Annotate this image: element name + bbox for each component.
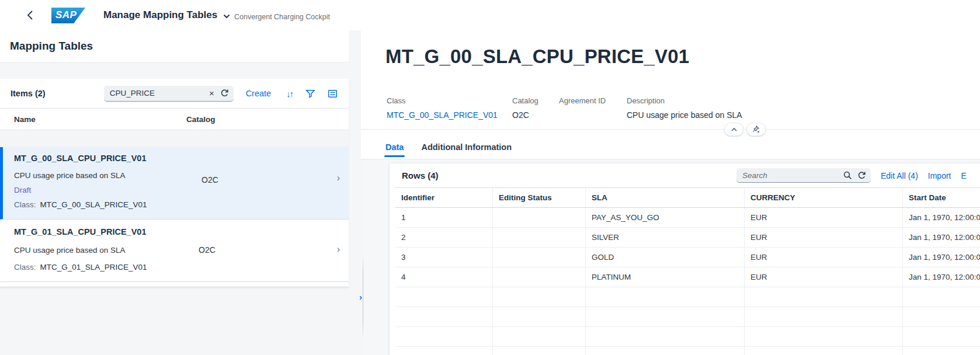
table-cell (586, 347, 745, 355)
table-row[interactable]: 1PAY_AS_YOU_GOEURJan 1, 1970, 12:00:0 (395, 208, 980, 228)
table-row[interactable]: 4PLATINUMEURJan 1, 1970, 12:00:0 (395, 267, 980, 287)
items-search-input[interactable] (110, 89, 207, 98)
splitter-line (363, 255, 363, 340)
table-cell[interactable]: SILVER (586, 228, 745, 247)
page-title: Mapping Tables (10, 40, 93, 53)
chevron-up-icon (731, 128, 737, 131)
table-cell[interactable]: Jan 1, 1970, 12:00:0 (903, 228, 980, 247)
table-cell[interactable]: 3 (395, 248, 493, 267)
mapping-tables-card: Items (2) × Create ↓↑ Name (0, 79, 349, 287)
pin-header-button[interactable] (746, 123, 766, 136)
column-header[interactable]: SLA (586, 188, 745, 207)
rows-toolbar: Edit All (4)ImportE (736, 168, 967, 183)
collapse-header-button[interactable] (724, 123, 743, 136)
item-class-label: Class: (14, 200, 36, 209)
table-cell[interactable]: EUR (745, 267, 903, 287)
table-cell[interactable]: Jan 1, 1970, 12:00:0 (903, 248, 980, 267)
app-title-label: Manage Mapping Tables (103, 9, 217, 21)
table-cell (903, 307, 980, 326)
action-edit-all-4-[interactable]: Edit All (4) (881, 171, 918, 180)
table-cell (745, 287, 903, 307)
rows-actions: Edit All (4)ImportE (881, 171, 967, 180)
back-icon[interactable] (27, 10, 39, 20)
table-row (395, 347, 980, 355)
items-search-field[interactable]: × (104, 86, 234, 102)
table-cell (745, 347, 903, 355)
table-cell[interactable]: Jan 1, 1970, 12:00:0 (903, 208, 980, 227)
table-cell (395, 287, 493, 307)
master-header: Mapping Tables (0, 30, 349, 62)
refresh-icon[interactable] (857, 171, 866, 180)
table-cell (493, 287, 586, 307)
items-count: Items (2) (11, 89, 46, 98)
app-title-menu[interactable]: Manage Mapping Tables (103, 9, 230, 21)
rows-search-input[interactable] (742, 171, 838, 180)
rows-title: Rows (4) (402, 170, 439, 180)
item-class-value: MTC_G_00_SLA_PRICE_V01 (40, 200, 147, 209)
item-class-value: MTC_G_01_SLA_PRICE_V01 (40, 263, 147, 272)
table-row[interactable]: 2SILVEREURJan 1, 1970, 12:00:0 (395, 228, 980, 248)
table-cell[interactable] (493, 267, 586, 287)
action-import[interactable]: Import (928, 171, 951, 180)
table-cell[interactable]: PAY_AS_YOU_GO (586, 208, 745, 227)
attribute-value: O2C (512, 110, 559, 120)
column-header[interactable]: Start Date (903, 188, 980, 207)
column-header[interactable]: Identifier (395, 188, 493, 207)
table-row (395, 307, 980, 327)
table-row[interactable]: 3GOLDEURJan 1, 1970, 12:00:0 (395, 248, 980, 267)
list-item[interactable]: MT_G_00_SLA_CPU_PRICE_V01CPU usage price… (0, 147, 349, 220)
table-cell (903, 287, 980, 307)
expand-chevron-icon[interactable]: › (359, 291, 362, 303)
table-cell[interactable]: EUR (745, 248, 903, 267)
mapping-table-list: MT_G_00_SLA_CPU_PRICE_V01CPU usage price… (0, 147, 349, 282)
table-cell[interactable]: EUR (745, 228, 903, 247)
rows-search-field[interactable] (736, 168, 871, 183)
item-name: MT_G_00_SLA_CPU_PRICE_V01 (14, 154, 314, 163)
column-header-name: Name (0, 115, 186, 124)
table-cell[interactable]: 2 (395, 228, 493, 247)
item-description: CPU usage price based on SLA (14, 246, 314, 255)
shell-header: SAP Manage Mapping Tables Convergent Cha… (0, 0, 980, 30)
list-toolbar: Items (2) × Create ↓↑ (0, 79, 349, 109)
column-header[interactable]: Editing Status (493, 188, 586, 207)
table-cell[interactable]: 1 (395, 208, 493, 227)
table-cell[interactable] (493, 248, 586, 267)
action-e[interactable]: E (961, 171, 967, 180)
attribute-class: Class MTC_G_00_SLA_PRICE_V01 (387, 96, 512, 120)
clear-icon[interactable]: × (209, 88, 214, 98)
sort-icon[interactable]: ↓↑ (286, 89, 293, 99)
table-cell (903, 327, 980, 346)
table-cell[interactable]: Jan 1, 1970, 12:00:0 (903, 267, 980, 287)
table-cell[interactable]: 4 (395, 267, 493, 287)
attribute-value: CPU usage price based on SLA (627, 110, 742, 120)
table-cell (395, 347, 493, 355)
table-cell[interactable]: PLATINUM (586, 267, 745, 287)
tab-additional-information[interactable]: Additional Information (421, 142, 512, 157)
list-empty-row (0, 130, 349, 147)
item-class-label: Class: (14, 263, 36, 272)
column-header[interactable]: CURRENCY (745, 188, 903, 207)
refresh-icon[interactable] (220, 89, 229, 98)
class-link[interactable]: MTC_G_00_SLA_PRICE_V01 (387, 110, 512, 120)
search-icon[interactable] (843, 171, 852, 180)
table-cell[interactable] (493, 228, 586, 247)
attribute-description: Description CPU usage price based on SLA (627, 96, 742, 120)
list-item[interactable]: MT_G_01_SLA_CPU_PRICE_V01CPU usage price… (0, 220, 349, 282)
table-cell (493, 347, 586, 355)
column-header-catalog: Catalog (186, 115, 216, 124)
sap-logo[interactable]: SAP (51, 8, 85, 23)
table-cell[interactable]: EUR (745, 208, 903, 227)
filter-icon[interactable] (305, 89, 315, 98)
table-cell[interactable]: GOLD (586, 248, 745, 267)
table-cell (395, 327, 493, 346)
create-button[interactable]: Create (246, 89, 272, 98)
app-subtitle: Convergent Charging Cockpit (234, 13, 330, 21)
group-icon[interactable] (328, 89, 338, 98)
panel-splitter: › (358, 255, 367, 340)
attribute-value (559, 110, 627, 120)
detail-content: Rows (4) Edit All (4)ImportE (361, 159, 980, 355)
master-panel: Mapping Tables Items (2) × Create ↓↑ (0, 30, 349, 355)
tab-data[interactable]: Data (385, 142, 404, 157)
table-cell (395, 307, 493, 326)
table-cell[interactable] (493, 208, 586, 227)
